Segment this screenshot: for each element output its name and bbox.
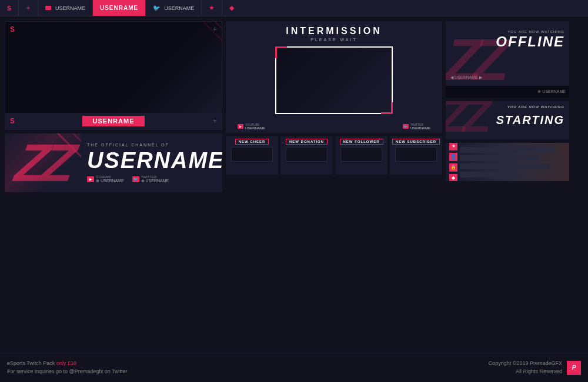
footer: eSports Twitch Pack only £10 For service… — [0, 353, 588, 382]
footer-copyright-line2: All Rights Reserved — [489, 368, 562, 376]
banner-stream-link: ▶ STREAM ⊕ USERNAME — [87, 175, 124, 183]
bottom-s-icon: S — [10, 117, 15, 125]
int-yt-text: YOUTUBE USERNAME — [245, 123, 265, 130]
stream-val: ⊕ USERNAME — [96, 179, 124, 183]
starting-z: ZZ — [446, 101, 486, 139]
top-notif-bar: ◀ USERNAME ▶ — [450, 75, 564, 80]
corner-br — [381, 102, 393, 114]
footer-copyright: Copyright ©2019 PremadeGFX All Rights Re… — [489, 360, 562, 376]
notif-donation-content — [286, 147, 328, 162]
panel-lines-col — [460, 147, 566, 177]
topbar-active-label: USENRAME — [100, 5, 138, 11]
intermission-title: INTERMISSION — [286, 26, 382, 36]
notif-subscriber-label: NEW SUBSCRIBER — [392, 139, 440, 145]
int-tw-val: USERNAME — [410, 126, 430, 130]
corner-tl — [275, 46, 287, 58]
intermission-subtitle: PLEASE WAIT — [310, 38, 357, 42]
notif-subscriber: NEW SUBSCRIBER — [390, 136, 442, 175]
footer-left-text: eSports Twitch Pack only £10 For service… — [7, 360, 128, 376]
int-diag2 — [405, 21, 442, 133]
intermission-screen — [275, 46, 393, 114]
stream-bottom-bar: S USENRAME + — [5, 113, 222, 129]
panel-icon-2: 👤 — [449, 153, 457, 161]
notif-follower: NEW FOLLOWER — [335, 136, 387, 175]
notif-donation: NEW DONATION — [280, 136, 333, 175]
panel-icon-4: ◆ — [449, 174, 457, 182]
panel-icon-3: 🔒 — [449, 163, 457, 172]
panel-line-4 — [460, 172, 523, 177]
notif-follower-label: NEW FOLLOWER — [340, 139, 383, 145]
starting-panel: ZZ YOU ARE NOW WATCHING STARTING — [446, 101, 569, 139]
offline-big-text: OFFLINE — [496, 33, 564, 50]
main-container: S + USERNAME USENRAME 🐦 USERNAME ★ ◆ — [0, 0, 588, 382]
topbar-s: S — [0, 0, 18, 16]
starting-small-text: YOU ARE NOW WATCHING — [507, 105, 564, 109]
stream-username-label: USENRAME — [82, 116, 145, 126]
footer-logo-text: P — [572, 364, 576, 371]
notif-subscriber-content — [395, 147, 437, 162]
footer-right: Copyright ©2019 PremadeGFX All Rights Re… — [489, 360, 581, 376]
notif-donation-label: NEW DONATION — [286, 139, 328, 145]
offline-text-area: YOU ARE NOW WATCHING OFFLINE — [496, 30, 564, 50]
int-twitter: 🐦 TWITTER USERNAME — [403, 123, 430, 130]
twitter-val: ⊕ USERNAME — [141, 179, 169, 183]
z-stripes — [5, 133, 81, 192]
s-icon: S — [7, 5, 11, 12]
offline-bottom-bar: ⊕ USERNAME — [446, 86, 569, 98]
topbar-plus: + — [19, 0, 38, 16]
banner-z-logo: ZZ — [5, 133, 81, 192]
topbar-active-tab[interactable]: USENRAME — [93, 0, 145, 16]
banner-twitter-label: TWITTER ⊕ USERNAME — [141, 175, 169, 183]
int-youtube: ▶ YOUTUBE USERNAME — [238, 123, 265, 130]
stream-plus-icon: + — [213, 25, 217, 33]
footer-line1: eSports Twitch Pack only £10 — [7, 360, 128, 368]
int-yt-icon: ▶ — [238, 124, 243, 129]
stream-preview: S + S USENRAME + — [5, 21, 222, 130]
panel-icon-1: ★ — [449, 143, 457, 150]
panel-line-1 — [460, 147, 555, 153]
footer-copyright-line1: Copyright ©2019 PremadeGFX — [489, 360, 562, 368]
panel-icons-row: ★ 👤 🔒 ◆ — [446, 143, 569, 181]
starting-area: YOU ARE NOW WATCHING STARTING — [496, 113, 564, 127]
top-bar: S + USERNAME USENRAME 🐦 USERNAME ★ ◆ — [0, 0, 588, 16]
stripe1 — [28, 133, 81, 187]
banner-stream-label: STREAM ⊕ USERNAME — [96, 175, 124, 183]
notif-cheer-label: NEW CHEER — [235, 139, 269, 145]
topbar-twitter-tab[interactable]: 🐦 USERNAME — [146, 0, 201, 16]
top-notif-left: ◀ USERNAME ▶ — [450, 75, 564, 80]
footer-line2: For service inquiries go to @Premadegfx … — [7, 368, 128, 376]
diag1 — [185, 22, 222, 118]
int-diag1 — [417, 21, 442, 133]
right-section: ZZ YOU ARE NOW WATCHING OFFLINE ◀ USERNA… — [446, 21, 569, 348]
middle-section: INTERMISSION PLEASE WAIT ▶ YOUTUBE USERN… — [226, 21, 442, 348]
banner-social-row: ▶ STREAM ⊕ USERNAME 🐦 TWITTER ⊕ USERNAME — [87, 175, 222, 183]
diag2 — [173, 22, 222, 118]
notif-cheer: NEW CHEER — [226, 136, 278, 175]
int-tw-text: TWITTER USERNAME — [410, 123, 430, 130]
intermission-bottom-bar: ▶ YOUTUBE USERNAME 🐦 TWITTER USERNAME — [226, 120, 442, 133]
banner-twitter-icon: 🐦 — [132, 176, 139, 182]
panel-line-2 — [460, 155, 539, 161]
panel-icon-col: ★ 👤 🔒 ◆ — [449, 143, 457, 181]
banner-username-big: USERNAME — [87, 149, 222, 172]
notif-follower-content — [340, 147, 382, 162]
offline-z-text: ZZ — [446, 30, 500, 89]
offline-bottom-text: ⊕ USERNAME — [537, 89, 566, 94]
int-tw-icon: 🐦 — [403, 124, 409, 129]
banner-content: THE OFFICIAL CHANNEL OF USERNAME ▶ STREA… — [75, 133, 222, 192]
bottom-plus-icon: + — [213, 117, 217, 125]
plus-icon: + — [26, 4, 31, 12]
topbar-username-tw: USERNAME — [164, 5, 194, 11]
stream-s-icon: S — [10, 25, 15, 33]
footer-highlight: only £10 — [56, 360, 76, 366]
topbar-diamond: ◆ — [222, 0, 241, 16]
banner-twitter-link: 🐦 TWITTER ⊕ USERNAME — [132, 175, 169, 183]
topbar-username-yt: USERNAME — [55, 5, 85, 11]
diamond-icon: ◆ — [229, 4, 234, 12]
twitter-icon: 🐦 — [153, 5, 160, 11]
banner-official-text: THE OFFICIAL CHANNEL OF — [87, 143, 222, 147]
topbar-star: ★ — [202, 0, 222, 16]
topbar-youtube-tab[interactable]: USERNAME — [38, 0, 92, 16]
youtube-icon — [45, 6, 51, 10]
banner-section: ZZ THE OFFICIAL CHANNEL OF USERNAME — [5, 133, 222, 192]
